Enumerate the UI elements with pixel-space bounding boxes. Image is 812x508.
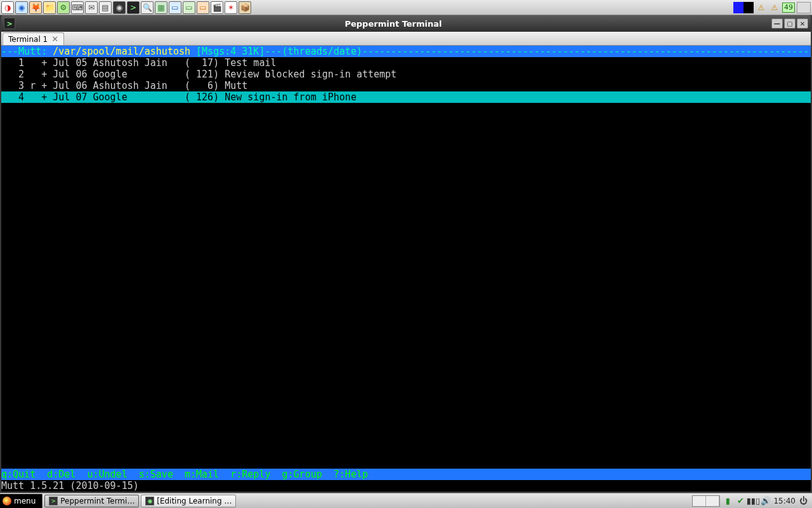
doc-blue-icon[interactable]: ▭ xyxy=(169,1,181,14)
bottom-tray: ▮ ✔ ▮▮▯ 🔊 15:40 ⏻ xyxy=(692,495,812,507)
cpu-usage-badge[interactable]: 49 xyxy=(782,3,795,13)
doc-orange-icon[interactable]: ▭ xyxy=(197,1,209,14)
terminal-tabstrip: Terminal 1 ✕ xyxy=(1,32,811,46)
task-label: Peppermint Termi… xyxy=(60,497,134,505)
clock[interactable]: 15:40 xyxy=(773,497,796,505)
terminal-viewport[interactable]: ---Mutt: /var/spool/mail/ashutosh [Msgs:… xyxy=(1,46,811,491)
maximize-button[interactable]: ▢ xyxy=(784,18,796,29)
workspace-switcher[interactable] xyxy=(692,495,720,507)
alert-icon[interactable]: ⚠ xyxy=(769,2,780,13)
grid-icon[interactable]: ▦ xyxy=(155,1,167,14)
pokeball-icon[interactable]: ◑ xyxy=(1,1,14,14)
message-row[interactable]: 1 + Jul 05 Ashutosh Jain ( 17) Test mail xyxy=(1,57,811,69)
settings-icon[interactable]: ⚙ xyxy=(57,1,70,14)
launcher-tray: ◑◉🦊📁⚙⌨✉▤◉>🔍▦▭▭▭🎬✶📦 xyxy=(1,1,251,14)
search-icon[interactable]: 🔍 xyxy=(141,1,154,14)
mutt-help-bar: q:Quit d:Del u:Undel s:Save m:Mail r:Rep… xyxy=(1,469,811,480)
system-monitor-icon[interactable] xyxy=(797,2,811,13)
tab-close-icon[interactable]: ✕ xyxy=(51,34,58,44)
terminal-window: > Peppermint Terminal — ▢ ✕ Terminal 1 ✕… xyxy=(1,15,811,491)
bottom-task-panel: menu >Peppermint Termi…◉[Editing Learnin… xyxy=(0,493,812,508)
volume-icon[interactable]: 🔊 xyxy=(761,496,771,506)
window-titlebar[interactable]: > Peppermint Terminal — ▢ ✕ xyxy=(1,15,811,32)
message-row[interactable]: 3 r + Jul 06 Ashutosh Jain ( 6) Mutt xyxy=(1,80,811,91)
top-system-panel: ◑◉🦊📁⚙⌨✉▤◉>🔍▦▭▭▭🎬✶📦 ⚠ ⚠ 49 xyxy=(0,0,812,15)
mutt-version-line: Mutt 1.5.21 (2010-09-15) xyxy=(1,480,811,491)
update-warning-icon[interactable]: ⚠ xyxy=(756,2,767,13)
close-button[interactable]: ✕ xyxy=(797,18,808,29)
task-label: [Editing Learning … xyxy=(157,497,232,505)
chromium-icon[interactable]: ◉ xyxy=(15,1,28,14)
task-editor-icon: ◉ xyxy=(145,497,154,505)
notes-icon[interactable]: ▤ xyxy=(99,1,112,14)
task-terminal[interactable]: >Peppermint Termi… xyxy=(44,495,139,507)
terminal-tab-1[interactable]: Terminal 1 ✕ xyxy=(3,32,64,45)
workspace-indicator[interactable] xyxy=(733,2,754,13)
tab-label: Terminal 1 xyxy=(8,35,48,44)
menu-label: menu xyxy=(14,497,36,505)
firefox-icon[interactable]: 🦊 xyxy=(29,1,42,14)
shield-icon[interactable]: ✔ xyxy=(735,496,745,506)
window-title: Peppermint Terminal xyxy=(15,19,771,29)
message-row[interactable]: 4 + Jul 07 Google ( 126) New sign-in fro… xyxy=(1,91,811,103)
mutt-status-bar: ---Mutt: /var/spool/mail/ashutosh [Msgs:… xyxy=(1,46,811,57)
task-editor[interactable]: ◉[Editing Learning … xyxy=(141,495,236,507)
menu-button[interactable]: menu xyxy=(0,494,43,508)
clapper-icon[interactable]: 🎬 xyxy=(211,1,223,14)
peppermint-logo-icon xyxy=(3,497,11,505)
folder-icon[interactable]: 📁 xyxy=(43,1,56,14)
camera-icon[interactable]: ◉ xyxy=(113,1,126,14)
calculator-icon[interactable]: ⌨ xyxy=(71,1,84,14)
doc-green-icon[interactable]: ▭ xyxy=(183,1,195,14)
message-row[interactable]: 2 + Jul 06 Google ( 121) Review blocked … xyxy=(1,69,811,80)
minimize-button[interactable]: — xyxy=(771,18,783,29)
power-icon[interactable]: ⏻ xyxy=(798,496,808,506)
package-icon[interactable]: 📦 xyxy=(239,1,251,14)
terminal-titlebar-icon: > xyxy=(4,18,15,29)
battery-icon[interactable]: ▮ xyxy=(723,496,733,506)
system-tray: ⚠ ⚠ 49 xyxy=(733,2,811,13)
candy-icon[interactable]: ✶ xyxy=(225,1,237,14)
task-terminal-icon: > xyxy=(49,497,58,505)
terminal-icon[interactable]: > xyxy=(127,1,140,14)
network-icon[interactable]: ▮▮▯ xyxy=(748,496,758,506)
mail-icon[interactable]: ✉ xyxy=(85,1,98,14)
